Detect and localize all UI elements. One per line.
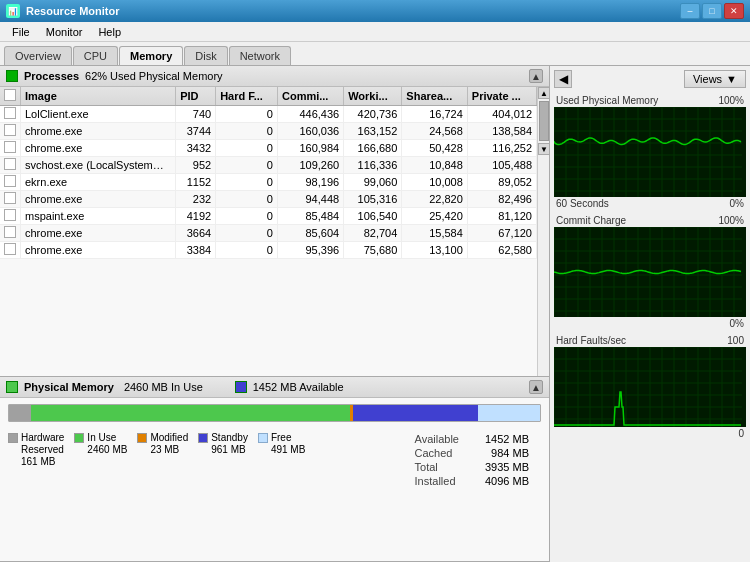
tab-overview[interactable]: Overview [4, 46, 72, 65]
table-row[interactable]: chrome.exe3664085,60482,70415,58467,120 [0, 225, 537, 242]
legend-modified-color [137, 433, 147, 443]
table-row[interactable]: chrome.exe34320160,984166,68050,428116,2… [0, 140, 537, 157]
chart-commit-area [554, 227, 746, 317]
chart-commit-max: 100% [718, 215, 744, 226]
row-checkbox[interactable] [4, 107, 16, 119]
mem-bar-free [478, 405, 540, 421]
legend-modified-label: Modified [150, 432, 188, 443]
header-checkbox[interactable] [4, 89, 16, 101]
physical-memory-header[interactable]: Physical Memory 2460 MB In Use 1452 MB A… [0, 377, 549, 398]
tab-memory[interactable]: Memory [119, 46, 183, 65]
scroll-down-btn[interactable]: ▼ [538, 143, 549, 155]
row-checkbox[interactable] [4, 192, 16, 204]
table-row[interactable]: chrome.exe232094,448105,31622,82082,496 [0, 191, 537, 208]
table-row[interactable]: chrome.exe3384095,39675,68013,10062,580 [0, 242, 537, 259]
legend-modified: Modified 23 MB [137, 432, 188, 488]
col-pid[interactable]: PID [176, 87, 216, 106]
tab-bar: Overview CPU Memory Disk Network [0, 42, 750, 66]
views-label: Views [693, 73, 722, 85]
menu-file[interactable]: File [4, 24, 38, 40]
stat-available-value: 1452 MB [459, 433, 529, 445]
processes-collapse-btn[interactable]: ▲ [529, 69, 543, 83]
row-checkbox[interactable] [4, 141, 16, 153]
stat-available: Available 1452 MB [415, 432, 529, 446]
chart-time-label: 60 Seconds [556, 198, 609, 209]
processes-scrollbar[interactable]: ▲ ▼ [537, 87, 549, 376]
row-checkbox[interactable] [4, 243, 16, 255]
stat-total-value: 3935 MB [459, 461, 529, 473]
legend-hardware-mb: 161 MB [21, 456, 55, 467]
mem-bar-hardware [9, 405, 31, 421]
table-row[interactable]: mspaint.exe4192085,484106,54025,42081,12… [0, 208, 537, 225]
legend-free: Free 491 MB [258, 432, 305, 488]
tab-disk[interactable]: Disk [184, 46, 227, 65]
close-button[interactable]: ✕ [724, 3, 744, 19]
row-checkbox[interactable] [4, 209, 16, 221]
row-checkbox[interactable] [4, 175, 16, 187]
legend-free-color [258, 433, 268, 443]
table-row[interactable]: ekrn.exe1152098,19699,06010,00889,052 [0, 174, 537, 191]
chart-hard-faults-area [554, 347, 746, 427]
legend-standby-color [198, 433, 208, 443]
right-panel: ◀ Views ▼ Used Physical Memory 100% 60 S… [550, 66, 750, 562]
scroll-up-btn[interactable]: ▲ [538, 87, 549, 99]
legend-inuse: In Use 2460 MB [74, 432, 127, 488]
chart-commit-label: Commit Charge 100% [554, 214, 746, 227]
row-checkbox[interactable] [4, 158, 16, 170]
physical-collapse-btn[interactable]: ▲ [529, 380, 543, 394]
col-hardfaults[interactable]: Hard F... [216, 87, 278, 106]
window-title: Resource Monitor [26, 5, 674, 17]
stat-available-label: Available [415, 433, 459, 445]
scroll-thumb[interactable] [539, 101, 549, 141]
window-controls: – □ ✕ [680, 3, 744, 19]
legend-inuse-mb: 2460 MB [87, 444, 127, 455]
title-bar: 📊 Resource Monitor – □ ✕ [0, 0, 750, 22]
table-row[interactable]: svchost.exe (LocalSystemNet...)9520109,2… [0, 157, 537, 174]
menu-monitor[interactable]: Monitor [38, 24, 91, 40]
col-check[interactable] [0, 87, 21, 106]
mem-bar-inuse [31, 405, 350, 421]
chart-used-physical-min: 0% [730, 198, 744, 209]
legend-free-label: Free [271, 432, 292, 443]
row-checkbox[interactable] [4, 226, 16, 238]
table-row[interactable]: LolClient.exe7400446,436420,73616,724404… [0, 106, 537, 123]
col-commit[interactable]: Commi... [277, 87, 343, 106]
chart-hard-faults-label: Hard Faults/sec 100 [554, 334, 746, 347]
legend-standby: Standby 961 MB [198, 432, 248, 488]
stat-total: Total 3935 MB [415, 460, 529, 474]
expand-btn[interactable]: ◀ [554, 70, 572, 88]
minimize-button[interactable]: – [680, 3, 700, 19]
row-checkbox[interactable] [4, 124, 16, 136]
memory-legend: Hardware Reserved 161 MB In Use 2460 MB [0, 428, 313, 492]
processes-table: Image PID Hard F... Commi... Worki... Sh… [0, 87, 537, 259]
main-area: Processes 62% Used Physical Memory ▲ Ima… [0, 66, 750, 562]
physical-badge-icon [6, 381, 18, 393]
physical-available: 1452 MB Available [253, 381, 344, 393]
views-dropdown-icon: ▼ [726, 73, 737, 85]
tab-cpu[interactable]: CPU [73, 46, 118, 65]
maximize-button[interactable]: □ [702, 3, 722, 19]
chart-used-physical-max: 100% [718, 95, 744, 106]
menu-help[interactable]: Help [90, 24, 129, 40]
chart-used-physical-canvas [554, 107, 742, 197]
legend-standby-mb: 961 MB [211, 444, 245, 455]
views-button[interactable]: Views ▼ [684, 70, 746, 88]
chart-commit-title: Commit Charge [556, 215, 626, 226]
col-shareable[interactable]: Sharea... [402, 87, 467, 106]
chart-used-physical-title: Used Physical Memory [556, 95, 658, 106]
tab-network[interactable]: Network [229, 46, 291, 65]
col-image[interactable]: Image [21, 87, 176, 106]
processes-badge: 62% Used Physical Memory [85, 70, 223, 82]
legend-hardware-label: Hardware [21, 432, 64, 443]
processes-header[interactable]: Processes 62% Used Physical Memory ▲ [0, 66, 549, 87]
stat-cached: Cached 984 MB [415, 446, 529, 460]
col-working[interactable]: Worki... [344, 87, 402, 106]
legend-modified-mb: 23 MB [150, 444, 179, 455]
processes-table-container[interactable]: Image PID Hard F... Commi... Worki... Sh… [0, 87, 537, 376]
table-row[interactable]: chrome.exe37440160,036163,15224,568138,5… [0, 123, 537, 140]
processes-title: Processes [24, 70, 79, 82]
menu-bar: File Monitor Help [0, 22, 750, 42]
col-private[interactable]: Private ... [467, 87, 536, 106]
available-badge-icon [235, 381, 247, 393]
right-header: ◀ Views ▼ [554, 70, 746, 88]
